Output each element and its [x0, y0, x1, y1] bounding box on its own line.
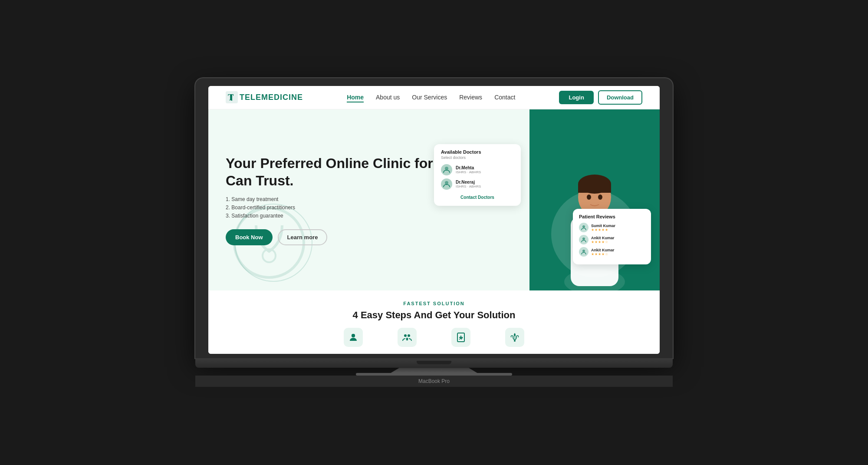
doctor-avatar-1 — [441, 164, 452, 175]
svg-point-18 — [582, 225, 585, 228]
laptop-stand — [391, 368, 477, 373]
hero-right: Patient Reviews Sumit Kumar — [529, 109, 660, 291]
prescription-icon — [456, 332, 466, 343]
svg-point-5 — [445, 167, 448, 170]
review-item-2: Ankit Kumar ★★★★☆ — [579, 235, 645, 244]
review-avatar-1 — [579, 223, 589, 232]
contact-doctors-button[interactable]: Contact Doctors — [441, 195, 514, 200]
nav-contact[interactable]: Contact — [494, 94, 515, 101]
download-button[interactable]: Download — [598, 90, 642, 105]
doctor-name-2: Dr.Neeraj — [456, 180, 481, 185]
step-1-icon — [344, 328, 363, 347]
steps-section: FASTEST SOLUTION 4 Easy Steps And Get Yo… — [208, 290, 660, 354]
doctor-spec-1: ISHRS · ABHRS — [456, 170, 481, 174]
step-1-circle — [344, 328, 363, 347]
hero-section: Your Preferred Online Clinic for Care Yo… — [208, 109, 660, 291]
review-item-3: Ankit Kumar ★★★★☆ — [579, 247, 645, 257]
doctor-card-title: Available Doctors — [441, 149, 514, 155]
doctor-item-1: Dr.Mehta ISHRS · ABHRS — [441, 164, 514, 175]
nav-links: Home About us Our Services Reviews Conta… — [347, 93, 515, 101]
step-3-circle — [451, 328, 470, 347]
step-4-icon — [505, 328, 524, 347]
review-item-1: Sumit Kumar ★★★★★ — [579, 223, 645, 232]
hero-buttons: Book Now Learn more — [226, 229, 512, 245]
nav-reviews[interactable]: Reviews — [459, 94, 482, 101]
svg-text:T: T — [228, 92, 234, 102]
steps-label: FASTEST SOLUTION — [226, 301, 642, 306]
logo-text: TELEMEDICINE — [240, 93, 303, 102]
doctor-avatar-2 — [441, 178, 452, 190]
doctor-card-subtitle: Select doctors — [441, 155, 514, 160]
review-info-2: Ankit Kumar ★★★★☆ — [591, 236, 645, 244]
review-stars-1: ★★★★★ — [591, 228, 645, 232]
svg-point-19 — [582, 237, 585, 240]
nav-home[interactable]: Home — [347, 94, 364, 102]
nav-about[interactable]: About us — [376, 94, 400, 101]
book-now-button[interactable]: Book Now — [226, 229, 273, 245]
reviews-title: Patient Reviews — [579, 214, 645, 219]
nav-services[interactable]: Our Services — [412, 94, 447, 101]
review-stars-3: ★★★★☆ — [591, 252, 645, 256]
learn-more-button[interactable]: Learn more — [278, 229, 328, 245]
nav-actions: Login Download — [559, 90, 642, 105]
step-2-circle — [398, 328, 417, 347]
svg-point-16 — [598, 195, 602, 200]
step-3-icon — [451, 328, 470, 347]
svg-rect-25 — [406, 338, 408, 340]
step-2-icon — [398, 328, 417, 347]
doctor-spec-2: ISHRS · ABHRS — [456, 185, 481, 188]
review-stars-2: ★★★★☆ — [591, 240, 645, 244]
navbar: T TELEMEDICINE Home About us Our Service… — [208, 86, 660, 109]
doctor-card: Available Doctors Select doctors Dr.Meht… — [434, 144, 521, 206]
step-4-circle — [505, 328, 524, 347]
svg-point-23 — [404, 334, 407, 337]
steps-title: 4 Easy Steps And Get Your Solution — [226, 310, 642, 321]
review-name-3: Ankit Kumar — [591, 248, 645, 252]
steps-icons — [226, 328, 642, 347]
review-info-3: Ankit Kumar ★★★★☆ — [591, 248, 645, 256]
macbook-label: MacBook Pro — [195, 376, 673, 387]
review-name-1: Sumit Kumar — [591, 224, 645, 228]
laptop-notch — [417, 361, 451, 364]
doctor-info-1: Dr.Mehta ISHRS · ABHRS — [456, 165, 481, 174]
doctor-item-2: Dr.Neeraj ISHRS · ABHRS — [441, 178, 514, 190]
svg-point-6 — [445, 181, 448, 185]
hero-list-item-3: 3. Satisfaction guarantee — [226, 213, 512, 219]
logo-icon: T — [226, 91, 238, 103]
svg-point-22 — [352, 334, 355, 337]
logo: T TELEMEDICINE — [226, 91, 303, 103]
doctor-info-2: Dr.Neeraj ISHRS · ABHRS — [456, 180, 481, 188]
svg-point-15 — [587, 195, 591, 200]
review-name-2: Ankit Kumar — [591, 236, 645, 240]
svg-point-20 — [582, 250, 585, 252]
svg-rect-14 — [578, 184, 611, 193]
review-avatar-2 — [579, 235, 589, 244]
review-info-1: Sumit Kumar ★★★★★ — [591, 224, 645, 232]
health-icon — [510, 332, 520, 343]
doctor-name-1: Dr.Mehta — [456, 165, 481, 170]
review-avatar-3 — [579, 247, 589, 257]
user-icon — [348, 332, 358, 343]
reviews-card: Patient Reviews Sumit Kumar — [573, 209, 651, 264]
svg-point-24 — [408, 334, 410, 337]
laptop-base — [195, 358, 673, 368]
login-button[interactable]: Login — [559, 91, 593, 104]
laptop-screen: T TELEMEDICINE Home About us Our Service… — [208, 86, 660, 354]
svg-point-28 — [514, 340, 516, 342]
consultation-icon — [402, 332, 412, 343]
